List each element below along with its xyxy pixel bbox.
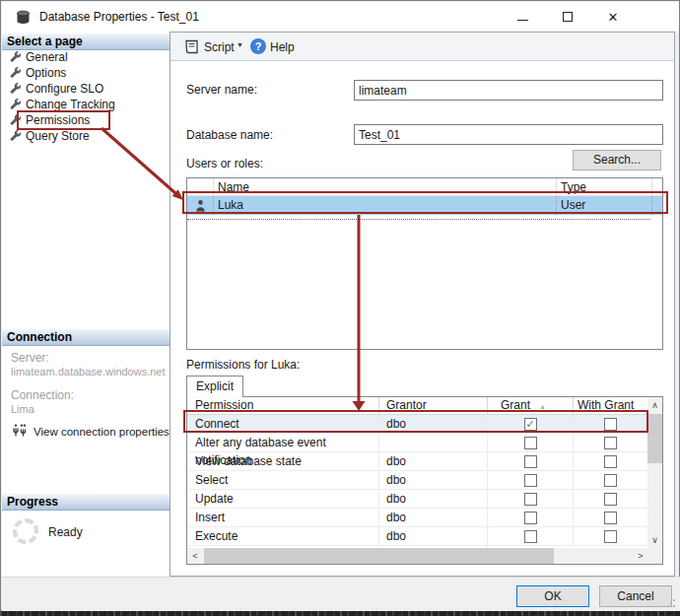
permission-row[interactable]: Updatedbo xyxy=(187,490,647,509)
permissions-rows: Connectdbo✓Alter any database event noti… xyxy=(187,415,647,546)
permissions-for-label: Permissions for Luka: xyxy=(186,358,300,372)
database-name-label: Database name: xyxy=(186,128,273,142)
vertical-scroll-thumb[interactable] xyxy=(647,414,662,463)
checkbox-unchecked[interactable] xyxy=(524,455,537,468)
sidebar-item-query-store[interactable]: Query Store xyxy=(2,128,170,144)
server-name-field[interactable] xyxy=(354,80,663,101)
server-value: limateam.database.windows.net xyxy=(11,366,166,377)
sidebar-item-permissions[interactable]: Permissions xyxy=(2,112,170,128)
wrench-icon xyxy=(10,67,22,79)
screen: Database Properties - Test_01 ✕ Select a… xyxy=(0,0,680,616)
users-or-roles-label: Users or roles: xyxy=(186,157,263,171)
wrench-icon xyxy=(10,51,22,63)
tab-explicit[interactable]: Explicit xyxy=(186,376,243,397)
connection-properties-icon xyxy=(12,423,29,439)
scroll-down-button[interactable]: ∨ xyxy=(647,532,662,548)
checkbox-unchecked[interactable] xyxy=(524,437,537,449)
database-properties-dialog: Database Properties - Test_01 ✕ Select a… xyxy=(0,0,680,611)
checkbox-unchecked[interactable] xyxy=(604,418,617,431)
checkbox-unchecked[interactable] xyxy=(604,437,617,449)
checkbox-unchecked[interactable] xyxy=(604,530,617,543)
user-row-luka[interactable]: Luka User xyxy=(187,196,662,215)
permission-row[interactable]: Connectdbo✓ xyxy=(187,415,647,434)
permissions-table: Permission Grantor Grant▲ With Grant Con… xyxy=(186,396,663,565)
users-or-roles-table: Name Type Luka User xyxy=(186,177,663,350)
sidebar-item-label: Query Store xyxy=(26,128,90,144)
server-name-label: Server name: xyxy=(186,83,257,97)
permissions-table-header: Permission Grantor Grant▲ With Grant xyxy=(187,397,647,415)
footer: OK Cancel xyxy=(2,577,680,611)
scroll-right-button[interactable]: > xyxy=(633,548,648,564)
help-button[interactable]: Help xyxy=(270,40,295,54)
sidebar-item-options[interactable]: Options xyxy=(2,65,170,81)
script-button[interactable]: Script xyxy=(204,40,235,54)
scrollbar-corner xyxy=(647,548,662,564)
wrench-icon xyxy=(10,130,22,142)
sidebar-item-configure-slo[interactable]: Configure SLO xyxy=(2,81,170,97)
checkbox-unchecked[interactable] xyxy=(604,512,617,524)
window-title: Database Properties - Test_01 xyxy=(39,10,199,24)
toolbar: Script ▼ ? Help xyxy=(170,33,674,61)
connection-label: Connection: xyxy=(11,388,74,402)
with-grant-column-header[interactable]: With Grant xyxy=(574,397,647,414)
scroll-down-icon: ∨ xyxy=(647,532,662,548)
cancel-button[interactable]: Cancel xyxy=(599,585,672,607)
checkbox-unchecked[interactable] xyxy=(604,474,617,487)
permission-row[interactable]: Alter any database event notification xyxy=(187,434,647,452)
vertical-scrollbar[interactable]: ∧ ∨ xyxy=(647,397,662,548)
progress-header: Progress xyxy=(2,494,170,511)
permission-row[interactable]: View database statedbo xyxy=(187,452,647,471)
connection-header: Connection xyxy=(2,329,170,346)
ok-button[interactable]: OK xyxy=(516,585,589,607)
resize-grip[interactable] xyxy=(666,598,676,608)
permission-row[interactable]: Executedbo xyxy=(187,527,647,546)
scroll-up-button[interactable]: ∧ xyxy=(647,397,662,413)
name-column-header[interactable]: Name xyxy=(214,178,557,195)
sidebar: Select a page General Options Configure … xyxy=(2,32,170,577)
minimize-button[interactable] xyxy=(500,2,545,32)
main-panel: Script ▼ ? Help Server name: Database na… xyxy=(170,32,675,577)
progress-status: Ready xyxy=(48,525,83,539)
sidebar-item-label: Options xyxy=(26,65,66,81)
checkbox-unchecked[interactable] xyxy=(524,493,537,506)
scroll-left-icon: < xyxy=(187,548,203,564)
wrench-icon xyxy=(10,99,22,110)
database-name-field[interactable] xyxy=(354,124,663,145)
grant-header-label: Grant xyxy=(501,398,530,412)
permission-column-header[interactable]: Permission xyxy=(187,397,379,414)
checkbox-unchecked[interactable] xyxy=(604,455,617,468)
users-table-header: Name Type xyxy=(187,178,662,196)
horizontal-scrollbar[interactable]: < > xyxy=(187,548,648,564)
checkbox-checked[interactable]: ✓ xyxy=(524,418,537,431)
user-name-cell: Luka xyxy=(214,196,557,215)
close-button[interactable]: ✕ xyxy=(590,2,636,32)
progress-spinner-icon xyxy=(13,518,38,544)
sidebar-item-general[interactable]: General xyxy=(2,49,170,65)
permission-row[interactable]: Selectdbo xyxy=(187,471,647,490)
checkbox-unchecked[interactable] xyxy=(524,530,537,543)
wrench-icon xyxy=(10,83,22,95)
icon-column-header xyxy=(187,178,214,195)
checkbox-unchecked[interactable] xyxy=(604,493,617,506)
sidebar-item-label: General xyxy=(26,49,68,65)
sidebar-item-change-tracking[interactable]: Change Tracking xyxy=(2,97,170,112)
chevron-down-icon[interactable]: ▼ xyxy=(237,41,243,48)
server-label: Server: xyxy=(11,351,49,365)
scroll-right-icon: > xyxy=(633,548,648,564)
grantor-column-header[interactable]: Grantor xyxy=(379,397,488,414)
horizontal-scroll-thumb[interactable] xyxy=(204,548,554,564)
search-button[interactable]: Search... xyxy=(573,150,661,171)
maximize-button[interactable] xyxy=(545,2,590,32)
checkbox-unchecked[interactable] xyxy=(524,512,537,524)
scroll-left-button[interactable]: < xyxy=(187,548,203,564)
checkbox-unchecked[interactable] xyxy=(524,474,537,487)
view-connection-properties-link[interactable]: View connection properties xyxy=(34,426,170,438)
script-icon xyxy=(183,38,200,55)
type-column-header[interactable]: Type xyxy=(557,178,652,195)
database-icon xyxy=(15,9,32,26)
grant-column-header[interactable]: Grant▲ xyxy=(488,397,574,414)
permission-row[interactable]: Insertdbo xyxy=(187,509,647,527)
wrench-icon xyxy=(10,114,22,126)
titlebar: Database Properties - Test_01 ✕ xyxy=(2,2,679,32)
help-icon: ? xyxy=(250,38,266,54)
